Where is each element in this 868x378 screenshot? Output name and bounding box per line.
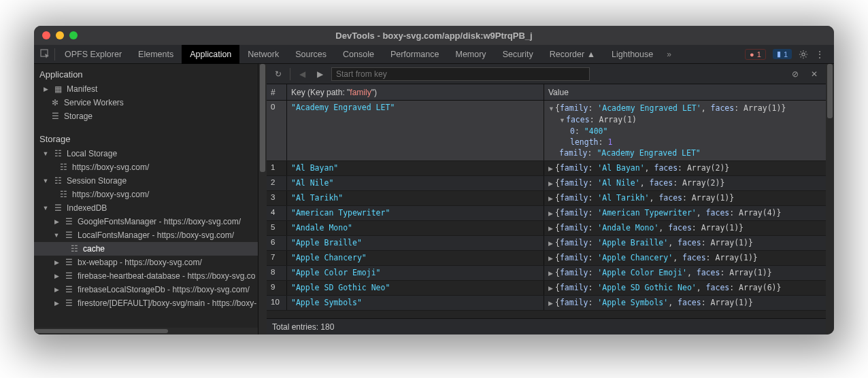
cell-value: ▶{family: 'Apple Braille', faces: Array(… <box>544 236 826 250</box>
sidebar-item-idb-localfonts[interactable]: ▼ ☰ LocalFontsManager - https://boxy-svg… <box>34 228 258 242</box>
total-entries-label: Total entries: 180 <box>272 322 334 332</box>
table-row[interactable]: 10"Apple Symbols"▶{family: 'Apple Symbol… <box>267 296 826 311</box>
sidebar-item-label: Manifest <box>67 84 97 94</box>
sidebar-item-session-storage[interactable]: ▼ ☷ Session Storage <box>34 174 258 188</box>
tab-elements[interactable]: Elements <box>130 45 182 64</box>
expand-arrow-icon: ▶ <box>42 86 49 92</box>
expand-arrow-icon: ▶ <box>53 218 60 225</box>
table-row[interactable]: 3"Al Tarikh"▶{family: 'Al Tarikh', faces… <box>267 191 826 206</box>
sidebar-item-label: firebaseLocalStorageDb - https://boxy-sv… <box>78 285 250 294</box>
cell-index: 0 <box>267 101 287 160</box>
database-icon: ☰ <box>53 203 63 213</box>
next-page-icon[interactable]: ▶ <box>314 69 326 79</box>
prev-page-icon[interactable]: ◀ <box>296 69 308 79</box>
sidebar-item-idb-cache[interactable]: ☷ cache <box>34 242 258 256</box>
tab-application[interactable]: Application <box>182 45 239 64</box>
more-tabs-icon[interactable]: » <box>667 50 671 59</box>
cell-index: 2 <box>267 176 287 190</box>
tab-console[interactable]: Console <box>335 45 382 64</box>
table-row[interactable]: 6"Apple Braille"▶{family: 'Apple Braille… <box>267 236 826 251</box>
sidebar-item-session-storage-origin[interactable]: ☷ https://boxy-svg.com/ <box>34 188 258 201</box>
sidebar-item-idb-firestore[interactable]: ▶ ☰ firestore/[DEFAULT]/boxy-svg/main - … <box>34 296 258 310</box>
column-header-index[interactable]: # <box>267 84 287 100</box>
sidebar-item-idb-googlefonts[interactable]: ▶ ☰ GoogleFontsManager - https://boxy-sv… <box>34 215 258 228</box>
table-row[interactable]: 7"Apple Chancery"▶{family: 'Apple Chance… <box>267 251 826 266</box>
tab-memory[interactable]: Memory <box>447 45 494 64</box>
collapse-arrow-icon: ▼ <box>42 177 49 184</box>
cell-index: 3 <box>267 191 287 205</box>
tab-recorder-[interactable]: Recorder ▲ <box>541 45 603 64</box>
message-count-badge[interactable]: ▮ 1 <box>773 49 792 59</box>
column-header-value[interactable]: Value <box>544 84 826 100</box>
column-header-key[interactable]: Key (Key path: "family") <box>287 84 544 100</box>
cell-value: ▶{family: 'Apple Color Emoji', faces: Ar… <box>544 266 826 280</box>
start-from-key-input[interactable] <box>331 67 590 81</box>
sidebar-item-idb-firebase-heartbeat[interactable]: ▶ ☰ firebase-heartbeat-database - https:… <box>34 269 258 283</box>
collapse-arrow-icon: ▼ <box>53 232 60 239</box>
horizontal-scrollbar[interactable] <box>34 328 258 334</box>
sidebar-item-service-workers[interactable]: ✻ Service Workers <box>34 96 258 109</box>
vertical-scrollbar[interactable] <box>258 64 267 334</box>
collapse-arrow-icon: ▼ <box>42 205 49 211</box>
tab-opfs-explorer[interactable]: OPFS Explorer <box>56 45 130 64</box>
tab-network[interactable]: Network <box>239 45 287 64</box>
cell-value: ▶{family: 'Al Tarikh', faces: Array(1)} <box>544 191 826 205</box>
sidebar-item-manifest[interactable]: ▶ ▦ Manifest <box>34 82 258 96</box>
zoom-window-button[interactable] <box>69 31 78 39</box>
sidebar-item-storage[interactable]: ☰ Storage <box>34 109 258 123</box>
database-icon: ☰ <box>64 285 73 294</box>
expand-arrow-icon: ▶ <box>53 286 60 293</box>
delete-selected-icon[interactable]: ✕ <box>808 69 820 79</box>
sidebar-item-idb-bxwebapp[interactable]: ▶ ☰ bx-webapp - https://boxy-svg.com/ <box>34 256 258 269</box>
cell-key: "Apple Braille" <box>287 236 544 250</box>
sidebar-item-label: Local Storage <box>67 149 117 158</box>
grid-body: 0"Academy Engraved LET"▼{family: 'Academ… <box>267 101 826 318</box>
devtools-tabs: OPFS ExplorerElementsApplicationNetworkS… <box>34 45 834 64</box>
table-row[interactable]: 0"Academy Engraved LET"▼{family: 'Academ… <box>267 101 826 161</box>
settings-icon[interactable] <box>799 50 808 59</box>
cell-index: 4 <box>267 206 287 220</box>
cell-key: "Al Tarikh" <box>287 191 544 205</box>
clear-object-store-icon[interactable]: ⊘ <box>789 69 801 79</box>
sidebar-item-local-storage-origin[interactable]: ☷ https://boxy-svg.com/ <box>34 160 258 174</box>
table-row[interactable]: 5"Andale Mono"▶{family: 'Andale Mono', f… <box>267 221 826 236</box>
close-window-button[interactable] <box>42 31 50 39</box>
database-icon: ☰ <box>64 217 73 226</box>
window-title: DevTools - boxy-svg.com/app/disk:w9PtrqP… <box>34 31 834 41</box>
svg-point-1 <box>802 52 805 55</box>
error-count-badge[interactable]: ● 1 <box>745 49 766 60</box>
table-row[interactable]: 2"Al Nile"▶{family: 'Al Nile', faces: Ar… <box>267 176 826 191</box>
sidebar-item-label: firebase-heartbeat-database - https://bo… <box>78 271 255 281</box>
main-content: ↻ ◀ ▶ ⊘ ✕ # Key (Key path: "family") Val… <box>267 64 826 334</box>
table-row[interactable]: 9"Apple SD Gothic Neo"▶{family: 'Apple S… <box>267 281 826 296</box>
sidebar-item-indexeddb[interactable]: ▼ ☰ IndexedDB <box>34 201 258 215</box>
sidebar-item-idb-firebase-local[interactable]: ▶ ☰ firebaseLocalStorageDb - https://box… <box>34 283 258 296</box>
inspect-element-icon[interactable] <box>38 49 53 60</box>
tab-lighthouse[interactable]: Lighthouse <box>603 45 661 64</box>
kebab-menu-icon[interactable]: ⋮ <box>815 49 824 60</box>
grid-footer: Total entries: 180 <box>267 318 826 334</box>
table-row[interactable]: 1"Al Bayan"▶{family: 'Al Bayan', faces: … <box>267 161 826 176</box>
cell-key: "Al Nile" <box>287 176 544 190</box>
refresh-icon[interactable]: ↻ <box>272 69 284 79</box>
cell-value: ▼{family: 'Academy Engraved LET', faces:… <box>544 101 826 160</box>
divider <box>54 48 55 61</box>
storage-icon: ☷ <box>53 149 63 158</box>
divider <box>290 68 290 80</box>
tab-sources[interactable]: Sources <box>287 45 335 64</box>
vertical-scrollbar[interactable] <box>826 64 834 334</box>
cell-value: ▶{family: 'Andale Mono', faces: Array(1)… <box>544 221 826 235</box>
cell-index: 7 <box>267 251 287 265</box>
grid-header: # Key (Key path: "family") Value <box>267 84 826 101</box>
cell-value: ▶{family: 'Apple Chancery', faces: Array… <box>544 251 826 265</box>
sidebar-item-label: Service Workers <box>64 98 124 107</box>
table-row[interactable]: 8"Apple Color Emoji"▶{family: 'Apple Col… <box>267 266 826 281</box>
tab-security[interactable]: Security <box>495 45 541 64</box>
tab-performance[interactable]: Performance <box>382 45 448 64</box>
sidebar-item-local-storage[interactable]: ▼ ☷ Local Storage <box>34 147 258 160</box>
minimize-window-button[interactable] <box>56 31 64 39</box>
sidebar-item-label: cache <box>83 244 105 254</box>
table-row[interactable]: 4"American Typewriter"▶{family: 'America… <box>267 206 826 221</box>
cell-key: "Apple Symbols" <box>287 296 544 310</box>
sidebar-item-label: https://boxy-svg.com/ <box>72 162 149 172</box>
